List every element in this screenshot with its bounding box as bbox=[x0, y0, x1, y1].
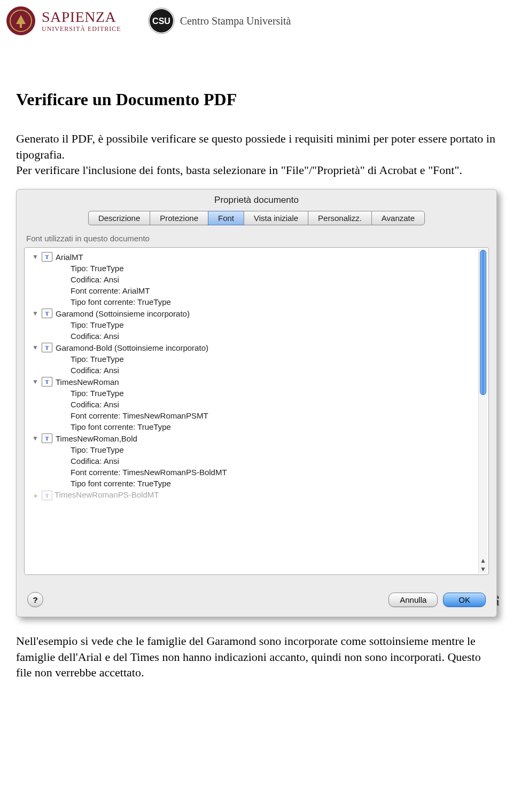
font-type-icon: T bbox=[42, 252, 52, 262]
font-type-icon: T bbox=[42, 433, 52, 443]
font-detail-line: Tipo font corrente: TrueType bbox=[71, 296, 488, 308]
svg-rect-2 bbox=[20, 22, 22, 28]
font-detail-line: Tipo: TrueType bbox=[71, 263, 488, 274]
font-item[interactable]: ▼TGaramond (Sottoinsieme incorporato)Tip… bbox=[25, 308, 488, 342]
tab-vista-iniziale[interactable]: Vista iniziale bbox=[244, 211, 308, 225]
font-details: Tipo: TrueTypeCodifica: Ansi bbox=[32, 353, 488, 376]
font-detail-line: Tipo font corrente: TrueType bbox=[71, 478, 488, 489]
sapienza-logo: SAPIENZA UNIVERSITÀ EDITRICE bbox=[5, 5, 121, 36]
font-list[interactable]: ▼TArialMTTipo: TrueTypeCodifica: AnsiFon… bbox=[24, 247, 489, 575]
font-detail-line: Codifica: Ansi bbox=[71, 399, 488, 410]
font-details: Tipo: TrueTypeCodifica: Ansi bbox=[32, 319, 488, 342]
dialog-button-row: ? Annulla OK bbox=[17, 582, 496, 617]
cancel-button[interactable]: Annulla bbox=[388, 593, 438, 607]
font-item[interactable]: ▼TTimesNewRoman,BoldTipo: TrueTypeCodifi… bbox=[25, 432, 488, 489]
page-header: SAPIENZA UNIVERSITÀ EDITRICE CSU Centro … bbox=[0, 0, 513, 36]
font-detail-line: Codifica: Ansi bbox=[71, 455, 488, 467]
font-name: TimesNewRoman bbox=[56, 377, 119, 387]
tab-font[interactable]: Font bbox=[208, 211, 244, 225]
font-name: ArialMT bbox=[56, 253, 83, 262]
disclosure-triangle-icon[interactable]: ▼ bbox=[32, 310, 40, 317]
font-detail-line: Codifica: Ansi bbox=[71, 330, 488, 342]
font-detail-line: Tipo: TrueType bbox=[71, 319, 488, 330]
scrollbar-thumb[interactable] bbox=[480, 250, 486, 395]
font-item[interactable]: ▼TArialMTTipo: TrueTypeCodifica: AnsiFon… bbox=[25, 251, 488, 308]
disclosure-triangle-icon[interactable]: ▼ bbox=[32, 253, 40, 261]
tab-descrizione[interactable]: Descrizione bbox=[88, 211, 150, 225]
font-detail-line: Tipo: TrueType bbox=[71, 388, 488, 399]
font-detail-line: Tipo: TrueType bbox=[71, 353, 488, 365]
csu-label: Centro Stampa Università bbox=[180, 15, 291, 27]
font-details: Tipo: TrueTypeCodifica: AnsiFont corrent… bbox=[32, 444, 488, 489]
dialog-wrap: a e Proprietà documento DescrizioneProte… bbox=[16, 189, 497, 617]
sapienza-subtitle: UNIVERSITÀ EDITRICE bbox=[42, 26, 121, 32]
font-detail-line: Font corrente: ArialMT bbox=[71, 285, 488, 296]
font-item[interactable]: ▼TTimesNewRomanTipo: TrueTypeCodifica: A… bbox=[25, 376, 488, 432]
intro-paragraph: Generato il PDF, è possibile verificare … bbox=[16, 131, 497, 178]
panel-label: Font utilizzati in questo documento bbox=[26, 234, 489, 243]
font-name: Garamond-Bold (Sottoinsieme incorporato) bbox=[56, 343, 208, 352]
sapienza-emblem-icon bbox=[5, 5, 36, 36]
font-detail-line: Codifica: Ansi bbox=[71, 365, 488, 376]
disclosure-triangle-icon[interactable]: ▼ bbox=[32, 378, 40, 385]
font-detail-line: Tipo: TrueType bbox=[71, 444, 488, 455]
disclosure-triangle-icon[interactable]: ▼ bbox=[32, 435, 40, 442]
ok-button[interactable]: OK bbox=[443, 593, 486, 607]
font-type-icon: T bbox=[42, 343, 52, 352]
dialog-tabs: DescrizioneProtezioneFontVista inizialeP… bbox=[17, 210, 496, 232]
tab-personalizz-[interactable]: Personalizz. bbox=[308, 211, 371, 225]
font-item-cutoff[interactable]: ▼ T TimesNewRomanPS-BoldMT bbox=[25, 490, 488, 500]
properties-dialog: Proprietà documento DescrizioneProtezion… bbox=[16, 189, 497, 617]
font-details: Tipo: TrueTypeCodifica: AnsiFont corrent… bbox=[32, 388, 488, 432]
font-detail-line: Font corrente: TimesNewRomanPSMT bbox=[71, 410, 488, 421]
csu-block: CSU Centro Stampa Università bbox=[148, 7, 291, 34]
disclosure-triangle-icon[interactable]: ▼ bbox=[32, 344, 40, 351]
scroll-down-icon[interactable]: ▼ bbox=[479, 565, 487, 573]
svg-text:CSU: CSU bbox=[152, 17, 170, 26]
outro-paragraph: Nell'esempio si vede che le famiglie del… bbox=[16, 633, 497, 681]
font-name: Garamond (Sottoinsieme incorporato) bbox=[56, 309, 190, 318]
page-title: Verificare un Documento PDF bbox=[16, 90, 497, 109]
font-type-icon: T bbox=[42, 309, 52, 318]
font-details: Tipo: TrueTypeCodifica: AnsiFont corrent… bbox=[32, 263, 488, 308]
font-name: TimesNewRoman,Bold bbox=[56, 434, 137, 443]
sapienza-name: SAPIENZA bbox=[42, 10, 121, 25]
tab-avanzate[interactable]: Avanzate bbox=[371, 211, 425, 225]
tab-protezione[interactable]: Protezione bbox=[150, 211, 208, 225]
font-name: TimesNewRomanPS-BoldMT bbox=[55, 490, 159, 499]
dialog-title: Proprietà documento bbox=[17, 190, 496, 210]
font-item[interactable]: ▼TGaramond-Bold (Sottoinsieme incorporat… bbox=[25, 342, 488, 376]
font-type-icon: T bbox=[42, 491, 52, 500]
font-detail-line: Codifica: Ansi bbox=[71, 274, 488, 285]
scroll-up-icon[interactable]: ▲ bbox=[479, 556, 487, 565]
font-detail-line: Font corrente: TimesNewRomanPS-BoldMT bbox=[71, 467, 488, 478]
font-type-icon: T bbox=[42, 377, 52, 387]
csu-logo-icon: CSU bbox=[148, 7, 175, 34]
scrollbar-track[interactable]: ▲ ▼ bbox=[478, 249, 487, 573]
help-button[interactable]: ? bbox=[27, 592, 43, 607]
disclosure-triangle-icon[interactable]: ▼ bbox=[32, 492, 40, 499]
font-detail-line: Tipo font corrente: TrueType bbox=[71, 421, 488, 432]
